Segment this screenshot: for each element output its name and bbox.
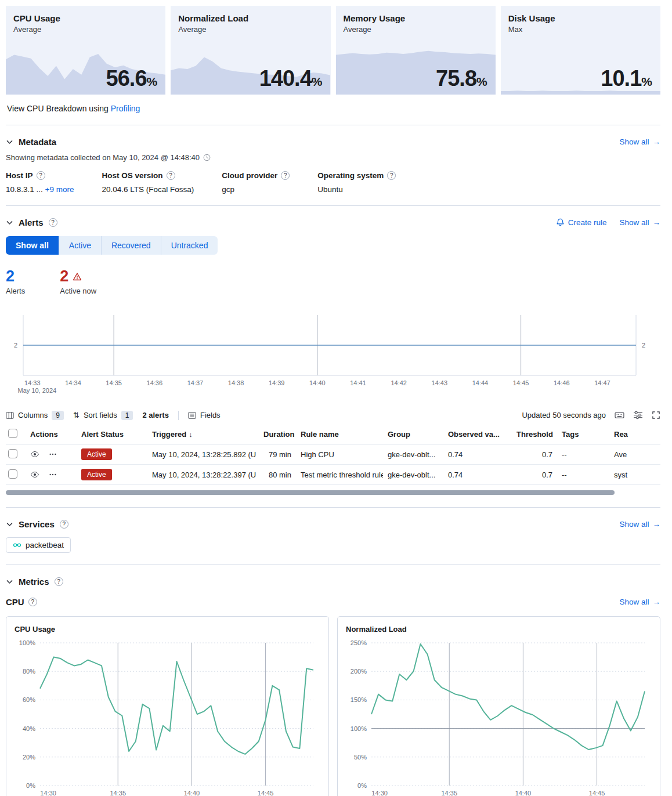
row-cell-rule: Test metric threshold rule xyxy=(296,466,383,483)
more-actions-icon[interactable] xyxy=(49,450,57,458)
cpu-subsection-title: CPU ? xyxy=(6,597,37,607)
chevron-down-icon[interactable] xyxy=(6,520,13,528)
alerts-table: Actions Alert Status Triggered ↓ Duratio… xyxy=(6,425,660,485)
meta-value: gcp xyxy=(222,185,290,194)
sort-fields-button[interactable]: ⇅ Sort fields 1 xyxy=(73,411,133,420)
chevron-down-icon[interactable] xyxy=(6,138,13,146)
services-header: Services ? Show all → xyxy=(6,519,660,529)
svg-text:14:37: 14:37 xyxy=(187,379,204,386)
divider xyxy=(6,565,660,565)
tab-untracked[interactable]: Untracked xyxy=(161,236,218,255)
svg-text:14:36: 14:36 xyxy=(147,379,163,386)
row-checkbox[interactable] xyxy=(8,469,17,479)
status-badge: Active xyxy=(81,448,112,460)
columns-button[interactable]: Columns 9 xyxy=(6,411,64,420)
tab-active[interactable]: Active xyxy=(59,236,102,255)
toolbar-separator xyxy=(178,411,179,420)
col-group[interactable]: Group xyxy=(383,426,443,443)
metadata-collected-text: Showing metadata collected on May 10, 20… xyxy=(6,153,200,162)
col-tags[interactable]: Tags xyxy=(557,426,609,443)
tab-recovered[interactable]: Recovered xyxy=(102,236,161,255)
kpi-subtitle: Max xyxy=(501,25,660,34)
create-rule-link[interactable]: Create rule xyxy=(556,218,607,227)
svg-text:May 10, 2024: May 10, 2024 xyxy=(18,387,57,394)
chevron-down-icon[interactable] xyxy=(6,578,13,585)
alerts-title-wrap: Alerts ? xyxy=(6,218,57,227)
services-show-all-link[interactable]: Show all → xyxy=(619,520,660,529)
question-icon[interactable]: ? xyxy=(28,598,37,606)
svg-text:14:38: 14:38 xyxy=(228,379,244,386)
cpu-usage-chart[interactable]: 0%20%40%60%80%100%14:30May 10, 202414:35… xyxy=(13,636,321,796)
question-icon[interactable]: ? xyxy=(60,520,68,529)
alert-row: Active May 10, 2024, 13:28:25.892 (U 79 … xyxy=(6,444,660,465)
kpi-value-number: 10.1 xyxy=(601,66,641,91)
metadata-fields: Host IP ? 10.8.3.1 ... +9 more Host OS v… xyxy=(6,171,660,194)
keyboard-shortcuts-icon[interactable] xyxy=(615,410,624,420)
select-all-checkbox[interactable] xyxy=(8,429,17,438)
kpi-card-cpu-usage[interactable]: CPU Usage Average 56.6% xyxy=(6,6,165,95)
columns-label: Columns xyxy=(18,411,48,419)
svg-text:14:47: 14:47 xyxy=(594,379,610,386)
meta-label-text: Operating system xyxy=(317,171,384,180)
scrollbar-thumb[interactable] xyxy=(6,490,615,495)
svg-text:14:43: 14:43 xyxy=(432,379,448,386)
col-alert-status[interactable]: Alert Status xyxy=(77,426,147,443)
kpi-title: Disk Usage xyxy=(501,6,660,25)
service-pill-packetbeat[interactable]: packetbeat xyxy=(6,537,71,553)
cpu-subsection-header: CPU ? Show all → xyxy=(6,597,660,607)
metadata-field-host-ip: Host IP ? 10.8.3.1 ... +9 more xyxy=(6,171,74,194)
kpi-card-memory-usage[interactable]: Memory Usage Average 75.8% xyxy=(336,6,496,95)
col-triggered[interactable]: Triggered ↓ xyxy=(147,426,259,443)
kpi-cards-row: CPU Usage Average 56.6% Normalized Load … xyxy=(6,6,660,95)
col-reason[interactable]: Rea xyxy=(609,426,660,443)
fields-button[interactable]: Fields xyxy=(188,411,221,419)
show-all-label: Show all xyxy=(619,598,649,606)
bell-icon xyxy=(556,218,565,227)
question-icon[interactable]: ? xyxy=(281,171,290,180)
view-details-eye-icon[interactable] xyxy=(30,470,39,479)
question-icon[interactable]: ? xyxy=(49,218,57,227)
columns-icon xyxy=(6,411,14,419)
fullscreen-icon[interactable] xyxy=(652,411,660,419)
display-options-icon[interactable] xyxy=(633,410,643,420)
metadata-show-all-link[interactable]: Show all → xyxy=(619,138,660,146)
question-icon[interactable]: ? xyxy=(37,171,45,180)
clock-icon xyxy=(203,154,211,161)
kpi-title: Normalized Load xyxy=(171,6,330,25)
tab-show-all[interactable]: Show all xyxy=(6,236,59,255)
kpi-value-unit: % xyxy=(312,75,323,88)
show-more-ips-link[interactable]: +9 more xyxy=(45,185,74,194)
alerts-section: Alerts ? Create rule Show all → Show all… xyxy=(6,218,660,495)
col-threshold[interactable]: Threshold xyxy=(512,426,557,443)
metrics-title-wrap: Metrics ? xyxy=(6,577,63,587)
alerts-section-title: Alerts xyxy=(19,218,44,227)
question-icon[interactable]: ? xyxy=(167,171,175,180)
alerts-timeline-chart: 14:33May 10, 202414:3414:3514:3614:3714:… xyxy=(6,308,660,395)
row-cell-triggered: May 10, 2024, 13:28:22.397 (U xyxy=(147,466,259,483)
alerts-show-all-link[interactable]: Show all → xyxy=(619,218,660,227)
col-rule-name[interactable]: Rule name xyxy=(296,426,383,443)
view-details-eye-icon[interactable] xyxy=(30,450,39,459)
services-section-title: Services xyxy=(19,519,55,529)
metadata-field-cloud-provider: Cloud provider ? gcp xyxy=(222,171,290,194)
normalized-load-chart[interactable]: 0%50%100%150%200%250%14:30May 10, 202414… xyxy=(345,636,653,796)
svg-text:14:46: 14:46 xyxy=(554,379,570,386)
more-actions-icon[interactable] xyxy=(49,471,57,479)
svg-text:14:40: 14:40 xyxy=(184,790,200,796)
metrics-show-all-link[interactable]: Show all → xyxy=(619,598,660,606)
row-cell-status: Active xyxy=(77,465,147,484)
row-checkbox[interactable] xyxy=(8,449,17,458)
cpu-usage-chart-panel: CPU Usage 0%20%40%60%80%100%14:30May 10,… xyxy=(6,616,329,796)
meta-value-text: gcp xyxy=(222,185,234,194)
kpi-card-normalized-load[interactable]: Normalized Load Average 140.4% xyxy=(171,6,330,95)
profiling-link[interactable]: Profiling xyxy=(111,104,140,113)
col-observed-value[interactable]: Observed va... xyxy=(443,426,512,443)
question-icon[interactable]: ? xyxy=(55,577,63,586)
chevron-down-icon[interactable] xyxy=(6,219,13,226)
question-icon[interactable]: ? xyxy=(387,171,396,180)
kpi-card-disk-usage[interactable]: Disk Usage Max 10.1% xyxy=(501,6,660,95)
col-duration[interactable]: Duration xyxy=(259,426,296,443)
packetbeat-icon xyxy=(13,541,21,549)
row-cell-tags: -- xyxy=(557,466,609,483)
svg-text:14:45: 14:45 xyxy=(513,379,529,386)
